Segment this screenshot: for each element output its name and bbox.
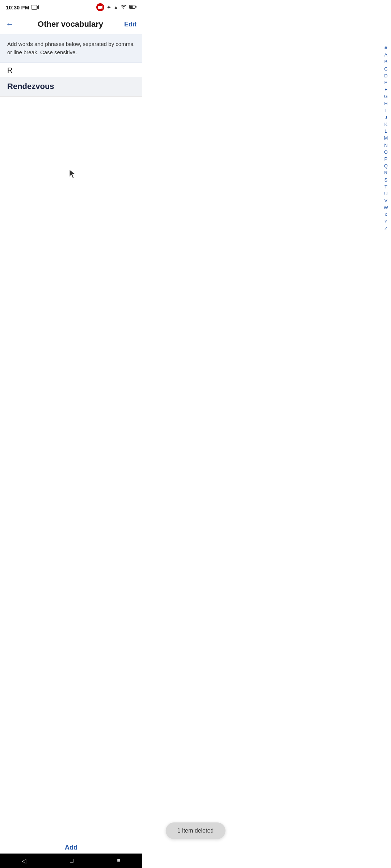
- svg-marker-1: [37, 5, 39, 9]
- status-time: 10:30 PM: [6, 4, 39, 10]
- info-text: Add words and phrases below, separated b…: [7, 41, 134, 55]
- status-bar: 10:30 PM ✦ ▲: [0, 0, 142, 14]
- svg-marker-3: [101, 5, 102, 9]
- recording-dot: [96, 3, 104, 11]
- svg-rect-2: [98, 6, 101, 9]
- info-banner: Add words and phrases below, separated b…: [0, 34, 142, 63]
- svg-rect-0: [31, 5, 37, 9]
- edit-button[interactable]: Edit: [124, 21, 136, 28]
- content-area: R Rendezvous: [0, 63, 142, 241]
- section-letter-R: R: [0, 63, 142, 77]
- bluetooth-icon: ✦: [106, 4, 111, 11]
- screen-record-icon: [31, 4, 39, 10]
- status-icons: ✦ ▲: [96, 3, 136, 11]
- cursor-pointer: [69, 169, 77, 179]
- vocab-item-rendezvous[interactable]: Rendezvous: [0, 77, 142, 97]
- svg-marker-7: [70, 170, 75, 178]
- page-title: Other vocabulary: [38, 20, 103, 29]
- battery-icon: [129, 4, 136, 10]
- svg-rect-6: [130, 6, 133, 8]
- svg-rect-5: [135, 6, 136, 8]
- nav-bar: ← Other vocabulary Edit: [0, 14, 142, 34]
- wifi-icon: [121, 4, 127, 10]
- back-button[interactable]: ←: [6, 18, 17, 30]
- signal-icon: ▲: [113, 4, 118, 10]
- time-text: 10:30 PM: [6, 4, 29, 10]
- vocab-word: Rendezvous: [7, 82, 54, 91]
